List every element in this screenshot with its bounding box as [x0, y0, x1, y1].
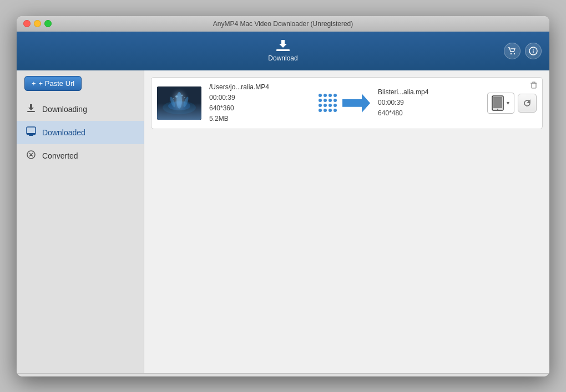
table-row: /Users/jo...ralia.MP4 00:00:39 640*360 5…: [151, 77, 543, 130]
refresh-icon: [522, 98, 532, 108]
svg-point-14: [176, 92, 182, 109]
convert-section: [319, 94, 370, 113]
maximize-button[interactable]: [44, 20, 52, 27]
delete-icon: [530, 81, 538, 89]
svg-point-17: [175, 95, 178, 98]
paste-url-label: + Paste Url: [39, 79, 75, 88]
source-info: /Users/jo...ralia.MP4 00:00:39 640*360 5…: [201, 82, 319, 125]
source-filename: /Users/jo...ralia.MP4: [209, 82, 311, 93]
svg-point-20: [184, 97, 185, 98]
app-window: AnyMP4 Mac Video Downloader (Unregistere…: [17, 16, 549, 376]
source-size: 5.2MB: [209, 114, 311, 124]
sidebar: + + Paste Url Downloading: [17, 70, 144, 373]
svg-point-18: [181, 94, 183, 96]
dot: [324, 94, 327, 97]
thumbnail-image: [157, 86, 201, 120]
svg-text:i: i: [533, 49, 534, 54]
shop-button[interactable]: [504, 43, 520, 59]
minimize-button[interactable]: [34, 20, 41, 27]
dot: [329, 94, 332, 97]
toolbar-right-buttons: i: [504, 43, 542, 59]
device-select-button[interactable]: ▼: [487, 93, 514, 114]
item-controls: ▼: [487, 93, 537, 114]
dot: [319, 104, 322, 107]
svg-marker-1: [279, 40, 287, 48]
converted-icon: [26, 150, 37, 162]
thumbnail-svg: [157, 86, 201, 120]
main-area: + + Paste Url Downloading: [17, 70, 549, 373]
dot: [324, 104, 327, 107]
dot: [329, 109, 332, 112]
dropdown-arrow-icon: ▼: [506, 100, 511, 106]
svg-rect-22: [493, 97, 502, 108]
sidebar-item-downloading[interactable]: Downloading: [17, 98, 144, 121]
svg-rect-24: [532, 83, 536, 88]
convert-arrow-icon: [342, 94, 370, 113]
target-filename: Blisteri...alia.mp4: [378, 87, 479, 98]
titlebar: AnyMP4 Mac Video Downloader (Unregistere…: [17, 16, 549, 32]
svg-rect-9: [29, 135, 33, 136]
target-info: Blisteri...alia.mp4 00:00:39 640*480: [370, 87, 487, 119]
info-icon: i: [529, 47, 538, 55]
sidebar-item-downloaded-label: Downloaded: [42, 128, 85, 137]
dot: [333, 109, 337, 112]
svg-rect-6: [27, 111, 35, 112]
content-area: /Users/jo...ralia.MP4 00:00:39 640*360 5…: [144, 70, 549, 373]
content-inner: /Users/jo...ralia.MP4 00:00:39 640*360 5…: [144, 70, 549, 136]
paste-url-button[interactable]: + + Paste Url: [24, 76, 82, 91]
svg-point-2: [511, 53, 512, 54]
paste-url-plus: +: [32, 79, 36, 88]
target-duration: 00:00:39: [378, 98, 479, 108]
svg-point-3: [514, 53, 515, 54]
download-icon: [275, 40, 291, 52]
toolbar: Download i: [17, 32, 549, 70]
dot: [319, 109, 322, 112]
source-duration: 00:00:39: [209, 93, 311, 103]
resize-handle[interactable]: [17, 373, 549, 376]
svg-point-19: [173, 98, 174, 99]
window-title: AnyMP4 Mac Video Downloader (Unregistere…: [213, 20, 353, 28]
sidebar-item-downloading-label: Downloading: [42, 105, 87, 114]
dot: [319, 94, 322, 97]
dot: [333, 94, 337, 97]
download-label: Download: [268, 54, 297, 62]
traffic-lights: [23, 20, 52, 27]
dot: [324, 99, 327, 102]
svg-point-23: [497, 109, 498, 110]
download-tool[interactable]: Download: [268, 40, 297, 62]
svg-rect-0: [276, 49, 290, 51]
dots-grid: [319, 94, 337, 112]
dot: [333, 104, 337, 107]
shop-icon: [508, 47, 517, 55]
dot: [324, 109, 327, 112]
downloaded-icon: [26, 126, 37, 139]
svg-point-12: [163, 101, 196, 114]
svg-rect-11: [157, 86, 201, 120]
refresh-button[interactable]: [518, 94, 537, 113]
downloading-icon: [26, 103, 37, 115]
sidebar-item-converted-label: Converted: [42, 151, 78, 160]
dot: [329, 99, 332, 102]
video-thumbnail: [157, 86, 201, 120]
svg-point-13: [168, 101, 190, 110]
device-icon: [491, 95, 504, 111]
info-button[interactable]: i: [525, 43, 542, 59]
svg-rect-8: [27, 133, 36, 135]
sidebar-item-converted[interactable]: Converted: [17, 144, 144, 167]
delete-button[interactable]: [530, 81, 538, 90]
dot: [333, 99, 337, 102]
target-resolution: 640*480: [378, 108, 479, 119]
dot: [329, 104, 332, 107]
sidebar-item-downloaded[interactable]: Downloaded: [17, 121, 144, 144]
source-resolution: 640*360: [209, 103, 311, 114]
close-button[interactable]: [23, 20, 31, 27]
dot: [319, 99, 322, 102]
